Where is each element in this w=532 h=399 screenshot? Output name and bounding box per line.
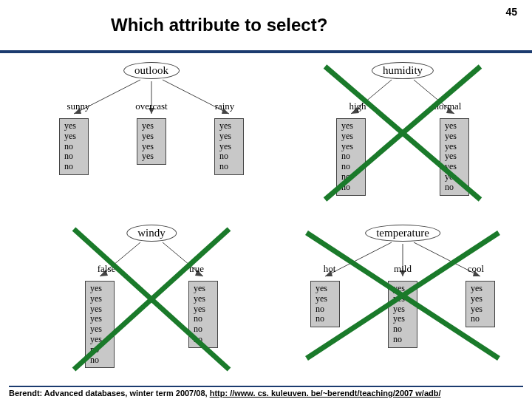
footer-link[interactable]: http: //www. cs. kuleuven. be/~berendt/t…	[210, 389, 441, 398]
edge-label: hot	[324, 263, 336, 275]
edge-label: high	[349, 100, 366, 112]
tree-windy-arrows	[44, 222, 259, 377]
leaf: yesyesyesno	[466, 281, 495, 327]
tree-humidity: humidity high normal yesyesyesnononono y…	[296, 59, 510, 214]
tree-windy-root: windy	[126, 225, 177, 242]
tree-temperature: temperature hot mild cool yesyesnono yes…	[296, 222, 510, 377]
leaf: yesyesnonono	[59, 118, 89, 175]
edge-label: overcast	[135, 100, 167, 112]
footer: Berendt: Advanced databases, winter term…	[9, 386, 523, 398]
leaf: yesyesnono	[310, 281, 340, 327]
tree-outlook-root: outlook	[123, 62, 180, 79]
edge-label: true	[189, 263, 204, 275]
slide: 45 Which attribute to select? outlook su…	[0, 0, 532, 399]
leaf: yesyesyesyesyesyesnono	[85, 281, 115, 368]
tree-humidity-root: humidity	[372, 62, 434, 79]
edge-label: rainy	[215, 100, 235, 112]
leaf: yesyesyesyes	[137, 118, 166, 165]
edge-label: sunny	[66, 100, 89, 112]
edge-label: cool	[468, 263, 484, 275]
page-number: 45	[505, 6, 517, 18]
edge-label: false	[98, 263, 116, 275]
tree-humidity-arrows	[296, 59, 510, 214]
leaf: yesyesyesyesnono	[388, 281, 417, 348]
tree-temperature-root: temperature	[365, 225, 440, 242]
footer-prefix: Berendt: Advanced databases, winter term…	[9, 389, 210, 398]
leaf: yesyesyesyesyesyesno	[440, 118, 469, 196]
page-title: Which attribute to select?	[111, 15, 327, 35]
title-rule	[0, 50, 532, 53]
leaf: yesyesyesnono	[214, 118, 244, 175]
leaf: yesyesyesnonono	[188, 281, 218, 348]
leaf: yesyesyesnononono	[336, 118, 366, 196]
tree-outlook: outlook sunny overcast rainy yesyesnonon…	[44, 59, 259, 214]
edge-label: normal	[434, 100, 462, 112]
tree-windy: windy false true yesyesyesyesyesyesnono …	[44, 222, 259, 377]
edge-label: mild	[394, 263, 412, 275]
